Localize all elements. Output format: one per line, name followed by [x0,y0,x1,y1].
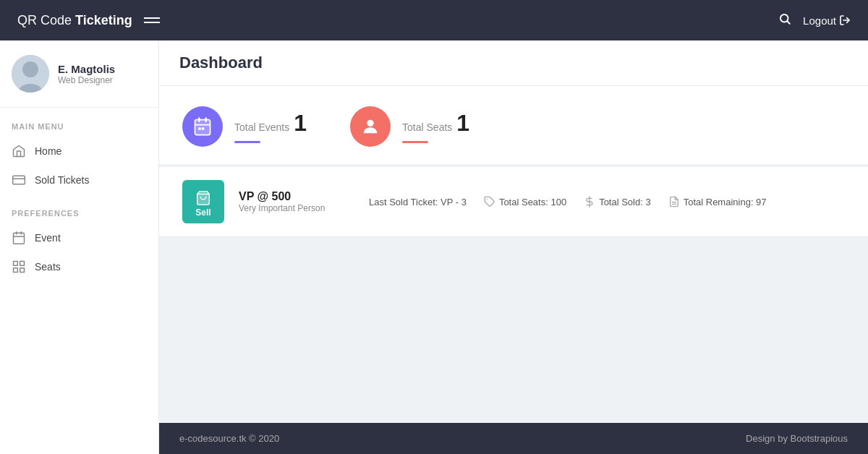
total-remaining-meta-item: Total Remaining: 97 [668,196,767,207]
nav-right: Logout [778,12,851,28]
total-remaining-meta-label: Total Remaining: 97 [684,197,767,207]
brand-name: QR Code Ticketing [17,13,132,28]
events-section: Sell VP @ 500 Very Important Person Last… [159,167,868,237]
svg-rect-22 [202,127,205,130]
svg-rect-12 [14,262,18,266]
svg-rect-14 [14,268,18,273]
profile-info: E. Magtolis Web Designer [58,63,115,85]
sidebar-item-home-label: Home [35,145,61,157]
table-row: Sell VP @ 500 Very Important Person Last… [159,167,868,237]
stats-section: Total Events 1 [159,86,868,167]
avatar [12,55,49,93]
svg-rect-15 [20,268,25,273]
sidebar-item-sold-tickets[interactable]: Sold Tickets [0,166,158,194]
svg-rect-21 [198,127,201,130]
sidebar-item-event[interactable]: Event [0,223,158,252]
event-icon [12,231,26,245]
top-navigation: QR Code Ticketing Logout [0,0,868,40]
stat-total-events: Total Events 1 [182,106,307,147]
total-seats-value: 1 [456,110,469,137]
sell-button[interactable]: Sell [182,180,224,223]
footer-credit: Design by Bootstrapious [746,433,848,444]
total-seats-underline [402,141,428,143]
main-layout: E. Magtolis Web Designer MAIN MENU Home … [0,40,868,454]
cart-icon [195,190,211,206]
logout-link[interactable]: Logout [803,14,851,27]
total-seats-meta-item: Total Seats: 100 [484,196,566,207]
total-events-underline [234,141,260,143]
svg-line-1 [788,21,790,23]
content-body: Total Events 1 [159,86,868,423]
total-events-value: 1 [294,110,307,137]
last-sold-label: Last Sold Ticket: VP - 3 [369,197,467,207]
calendar-icon [192,116,213,137]
total-sold-meta-label: Total Sold: 3 [599,197,651,207]
hamburger-menu[interactable] [144,17,160,23]
total-seats-meta-label: Total Seats: 100 [499,197,566,207]
total-sold-meta-item: Total Sold: 3 [584,196,651,207]
svg-point-4 [22,61,38,77]
total-events-icon-circle [182,106,223,147]
ticket-icon [12,173,26,187]
page-title: Dashboard [179,53,848,72]
logout-icon [839,14,851,26]
svg-rect-13 [20,262,25,266]
content-header: Dashboard [159,40,868,86]
total-seats-label: Total Seats [402,121,452,134]
footer: e-codesource.tk © 2020 Design by Bootstr… [159,423,868,454]
total-events-label: Total Events [234,121,289,134]
profile-role: Web Designer [58,75,115,85]
preferences-label: PREFERENCES [0,194,158,223]
person-icon [360,116,380,137]
search-icon[interactable] [778,12,791,28]
sidebar-profile: E. Magtolis Web Designer [0,40,158,108]
tag-icon [484,196,495,207]
home-icon [12,144,26,158]
sidebar-item-sold-tickets-label: Sold Tickets [35,174,89,186]
document-icon [668,196,680,207]
main-menu-label: MAIN MENU [0,108,158,137]
sidebar-item-home[interactable]: Home [0,137,158,166]
svg-point-23 [367,120,373,127]
svg-rect-6 [13,176,25,184]
content-fill [159,237,868,295]
total-seats-icon-circle [350,106,391,147]
event-description: Very Important Person [239,203,354,213]
stat-total-seats: Total Seats 1 [350,106,469,147]
sidebar-item-seats[interactable]: Seats [0,252,158,281]
content-area: Dashboard [159,40,868,454]
dollar-icon [584,196,595,207]
sidebar: E. Magtolis Web Designer MAIN MENU Home … [0,40,159,454]
svg-rect-8 [14,233,25,244]
sidebar-item-event-label: Event [35,232,61,244]
stats-row: Total Events 1 [182,106,845,147]
total-events-info: Total Events 1 [234,110,307,143]
event-main-info: VP @ 500 Very Important Person [239,190,354,213]
last-sold-item: Last Sold Ticket: VP - 3 [369,197,467,207]
event-name: VP @ 500 [239,190,354,203]
seats-icon [12,260,26,274]
profile-name: E. Magtolis [58,63,115,75]
footer-copyright: e-codesource.tk © 2020 [179,433,279,444]
total-seats-info: Total Seats 1 [402,110,469,143]
nav-left: QR Code Ticketing [17,13,160,28]
sidebar-item-seats-label: Seats [35,261,61,273]
event-meta: Last Sold Ticket: VP - 3 Total Seats: 10… [369,196,845,207]
